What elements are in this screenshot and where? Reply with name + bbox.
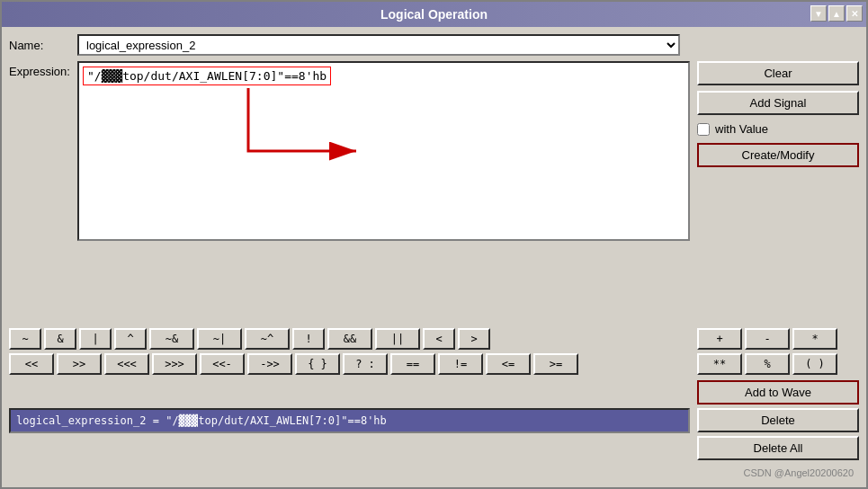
result-buttons: Add to Wave Delete Delete All <box>697 380 859 460</box>
key-gt[interactable]: > <box>458 328 490 350</box>
key-or2[interactable]: || <box>375 328 420 350</box>
main-area: Expression: "/▓▓▓top/dut/AXI_AWLEN[7:0]"… <box>9 61 859 323</box>
key-eq[interactable]: == <box>390 353 435 375</box>
expression-text: "/▓▓▓top/dut/AXI_AWLEN[7:0]"==8'hb <box>83 67 331 85</box>
key-mult[interactable]: * <box>792 328 837 350</box>
key-and2[interactable]: && <box>327 328 372 350</box>
key-rshift2[interactable]: ->> <box>247 353 292 375</box>
expression-row: Expression: "/▓▓▓top/dut/AXI_AWLEN[7:0]"… <box>9 61 690 241</box>
right-key-row-2: ** % ( ) <box>697 353 859 375</box>
expression-box[interactable]: "/▓▓▓top/dut/AXI_AWLEN[7:0]"==8'hb <box>77 61 690 241</box>
key-nor[interactable]: ~| <box>197 328 242 350</box>
key-lshift2[interactable]: <<- <box>200 353 245 375</box>
result-row: logical_expression_2 = "/▓▓▓top/dut/AXI_… <box>9 380 859 460</box>
maximize-button[interactable]: ▲ <box>828 5 845 22</box>
key-power[interactable]: ** <box>697 353 742 375</box>
with-value-row: with Value <box>697 120 859 138</box>
key-pipe[interactable]: | <box>79 328 112 350</box>
add-to-wave-button[interactable]: Add to Wave <box>697 380 859 405</box>
right-key-row-1: + - * <box>697 328 859 350</box>
left-panel: Expression: "/▓▓▓top/dut/AXI_AWLEN[7:0]"… <box>9 61 690 323</box>
watermark: CSDN @Angel20200620 <box>9 466 859 480</box>
key-row-2: << >> <<< >>> <<- ->> { } ? : == != <= >… <box>9 353 690 375</box>
key-rshift3[interactable]: >>> <box>152 353 197 375</box>
key-mod[interactable]: % <box>745 353 790 375</box>
key-braces[interactable]: { } <box>295 353 340 375</box>
right-keys: + - * ** % ( ) <box>697 328 859 375</box>
key-parens[interactable]: ( ) <box>792 353 837 375</box>
delete-all-button[interactable]: Delete All <box>697 436 859 460</box>
clear-button[interactable]: Clear <box>697 61 859 85</box>
with-value-label: with Value <box>715 122 768 136</box>
key-lte[interactable]: <= <box>486 353 531 375</box>
key-minus[interactable]: - <box>745 328 790 350</box>
key-lt[interactable]: < <box>423 328 455 350</box>
keyboard-area: ~ & | ^ ~& ~| ~^ ! && || < > << >> <<< <box>9 328 690 375</box>
title-controls: ▼ ▲ ✕ <box>810 5 863 22</box>
window-title: Logical Operation <box>380 7 488 22</box>
add-signal-button[interactable]: Add Signal <box>697 91 859 115</box>
key-gte[interactable]: >= <box>533 353 578 375</box>
key-xnor[interactable]: ~^ <box>245 328 290 350</box>
keyboard-section: ~ & | ^ ~& ~| ~^ ! && || < > << >> <<< <box>9 328 859 375</box>
name-label: Name: <box>9 39 72 52</box>
close-button[interactable]: ✕ <box>846 5 863 22</box>
key-plus[interactable]: + <box>697 328 742 350</box>
key-amp[interactable]: & <box>44 328 76 350</box>
result-expression: logical_expression_2 = "/▓▓▓top/dut/AXI_… <box>9 408 690 433</box>
key-caret[interactable]: ^ <box>114 328 147 350</box>
key-lshift[interactable]: << <box>9 353 54 375</box>
right-panel: Clear Add Signal with Value Create/Modif… <box>697 61 859 323</box>
with-value-checkbox[interactable] <box>697 123 710 136</box>
content-area: Name: logical_expression_2 Expression: "… <box>2 27 866 487</box>
name-select[interactable]: logical_expression_2 <box>77 34 680 56</box>
create-modify-button[interactable]: Create/Modify <box>697 143 859 167</box>
expression-wrapper: "/▓▓▓top/dut/AXI_AWLEN[7:0]"==8'hb <box>77 61 690 241</box>
key-row-1: ~ & | ^ ~& ~| ~^ ! && || < > <box>9 328 690 350</box>
key-tilde[interactable]: ~ <box>9 328 41 350</box>
key-neq[interactable]: != <box>438 353 483 375</box>
key-lshift3[interactable]: <<< <box>104 353 149 375</box>
title-bar: Logical Operation ▼ ▲ ✕ <box>2 2 866 27</box>
key-ternary[interactable]: ? : <box>343 353 388 375</box>
key-rshift[interactable]: >> <box>57 353 102 375</box>
delete-button[interactable]: Delete <box>697 408 859 432</box>
name-row: Name: logical_expression_2 <box>9 34 859 56</box>
minimize-button[interactable]: ▼ <box>810 5 827 22</box>
key-not[interactable]: ! <box>292 328 325 350</box>
expression-label: Expression: <box>9 61 72 241</box>
main-window: Logical Operation ▼ ▲ ✕ Name: logical_ex… <box>0 0 868 489</box>
key-nand[interactable]: ~& <box>149 328 194 350</box>
